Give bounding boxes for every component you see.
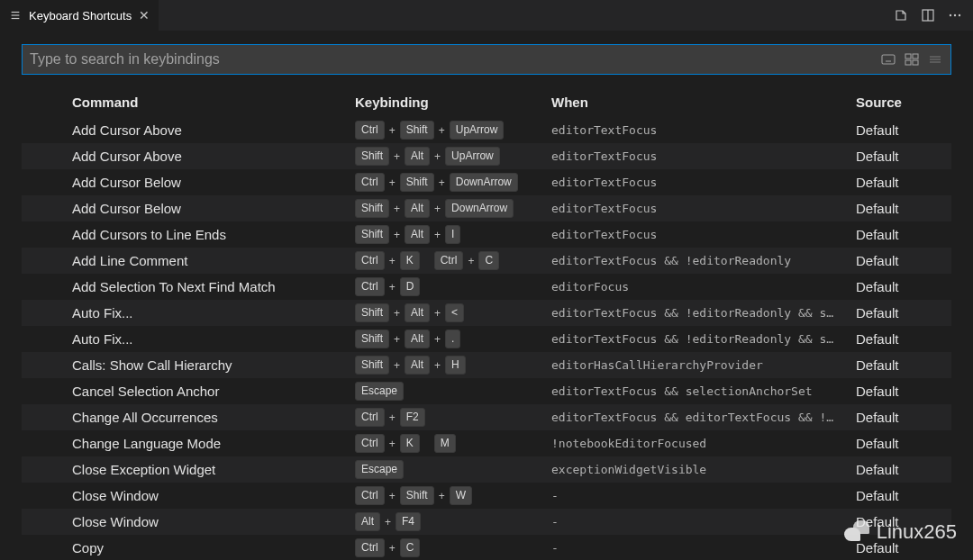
svg-rect-13 [905, 54, 911, 59]
cell-command: Add Selection To Next Find Match [72, 279, 355, 294]
table-row[interactable]: Calls: Show Call HierarchyShift+Alt+Hedi… [22, 352, 951, 378]
table-row[interactable]: Add Cursor AboveShift+Alt+UpArroweditorT… [22, 143, 951, 169]
cell-when: exceptionWidgetVisible [551, 463, 856, 476]
search-input[interactable] [23, 45, 880, 74]
keycap: Shift [355, 303, 389, 322]
search-filter-icons [880, 51, 950, 68]
cell-when: - [551, 541, 856, 555]
cell-when: editorTextFocus [551, 149, 856, 163]
table-row[interactable]: Auto Fix...Shift+Alt+<editorTextFocus &&… [22, 300, 951, 326]
cell-keybinding: Shift+Alt+DownArrow [355, 199, 551, 218]
clear-search-icon[interactable] [927, 51, 943, 68]
cell-keybinding: Shift+Alt+I [355, 225, 551, 244]
keycap: I [445, 225, 460, 244]
keycap: C [478, 251, 499, 270]
cell-command: Add Cursors to Line Ends [72, 227, 355, 242]
keybindings-table: Command Keybinding When Source Add Curso… [0, 84, 973, 560]
plus-separator: + [393, 333, 401, 346]
keycap: Shift [400, 486, 434, 505]
plus-separator: + [433, 150, 441, 163]
cell-keybinding: Escape [355, 460, 551, 479]
cell-when: editorTextFocus && !editorReadonly && s… [551, 332, 856, 346]
plus-separator: + [433, 229, 441, 241]
cell-when: editorTextFocus [551, 202, 856, 215]
cell-keybinding: Shift+Alt+< [355, 303, 551, 322]
more-icon[interactable] [948, 8, 962, 23]
open-file-icon[interactable] [894, 8, 908, 23]
table-row[interactable]: Add Cursor BelowShift+Alt+DownArrowedito… [22, 195, 951, 221]
cell-when: editorTextFocus && !editorReadonly [551, 254, 856, 267]
keycap: Alt [405, 303, 430, 322]
cell-source: Default [856, 410, 951, 425]
table-row[interactable]: Add Cursor AboveCtrl+Shift+UpArroweditor… [22, 117, 951, 143]
table-row[interactable]: Change All OccurrencesCtrl+F2editorTextF… [22, 404, 951, 430]
plus-separator: + [433, 203, 441, 215]
plus-separator: + [467, 255, 475, 267]
table-row[interactable]: Close Exception WidgetEscapeexceptionWid… [22, 456, 951, 483]
keycap: Ctrl [355, 486, 385, 505]
table-row[interactable]: Add Cursor BelowCtrl+Shift+DownArrowedit… [22, 169, 951, 195]
header-when[interactable]: When [551, 95, 856, 110]
cell-when: editorTextFocus [551, 123, 856, 137]
table-row[interactable]: Add Line CommentCtrl+KCtrl+CeditorTextFo… [22, 248, 951, 274]
cell-keybinding: Ctrl+D [355, 277, 551, 296]
cell-keybinding: Ctrl+Shift+UpArrow [355, 121, 551, 140]
cell-command: Close Window [72, 488, 355, 503]
keycap: Escape [355, 382, 404, 401]
table-row[interactable]: Add Selection To Next Find MatchCtrl+Ded… [22, 274, 951, 300]
keycap: Shift [355, 199, 389, 218]
cell-when: editorTextFocus && !editorReadonly && s… [551, 306, 856, 320]
keycap: Shift [400, 121, 434, 140]
search-area [0, 32, 973, 84]
plus-separator: + [393, 359, 401, 372]
keycap: M [434, 434, 456, 453]
cell-command: Add Cursor Below [72, 175, 355, 190]
cell-source: Default [856, 279, 951, 294]
split-editor-icon[interactable] [921, 8, 935, 23]
cell-source: Default [856, 436, 951, 451]
cell-keybinding: Escape [355, 382, 551, 401]
header-keybinding[interactable]: Keybinding [355, 95, 551, 110]
cell-command: Change Language Mode [72, 436, 355, 451]
svg-point-6 [954, 14, 956, 16]
keycap: < [445, 303, 464, 322]
cell-command: Copy [72, 540, 355, 555]
header-source[interactable]: Source [856, 95, 951, 110]
svg-rect-16 [913, 60, 918, 65]
record-keys-icon[interactable] [880, 51, 896, 68]
keycap: Alt [405, 356, 430, 375]
plus-separator: + [438, 124, 446, 137]
table-row[interactable]: Auto Fix...Shift+Alt+.editorTextFocus &&… [22, 326, 951, 352]
keycap: Ctrl [355, 434, 385, 453]
cell-command: Cancel Selection Anchor [72, 384, 355, 399]
plus-separator: + [388, 490, 396, 502]
table-row[interactable]: Cancel Selection AnchorEscapeeditorTextF… [22, 378, 951, 404]
table-row[interactable]: Close WindowAlt+F4-Default [22, 509, 951, 535]
table-row[interactable]: CopyCtrl+C-Default [22, 535, 951, 560]
close-icon[interactable]: ✕ [139, 8, 150, 23]
sort-precedence-icon[interactable] [904, 51, 920, 68]
cell-source: Default [856, 149, 951, 164]
plus-separator: + [393, 307, 401, 320]
cell-when: editorHasCallHierarchyProvider [551, 358, 856, 372]
cell-command: Add Cursor Above [72, 122, 355, 138]
keycap: Alt [405, 199, 430, 218]
keycap: Ctrl [355, 121, 385, 140]
cell-keybinding: Ctrl+Shift+DownArrow [355, 173, 551, 192]
cell-source: Default [856, 540, 951, 555]
keycap: W [450, 486, 472, 505]
keycap: Ctrl [355, 251, 385, 270]
keycap: Ctrl [434, 251, 464, 270]
header-command[interactable]: Command [72, 95, 355, 110]
tab-keyboard-shortcuts[interactable]: Keyboard Shortcuts ✕ [0, 0, 159, 31]
table-row[interactable]: Change Language ModeCtrl+KM!notebookEdit… [22, 430, 951, 456]
cell-source: Default [856, 462, 951, 477]
table-row[interactable]: Close WindowCtrl+Shift+W-Default [22, 483, 951, 509]
keycap: Ctrl [355, 173, 385, 192]
cell-keybinding: Shift+Alt+H [355, 356, 551, 375]
tab-actions [883, 8, 973, 23]
cell-command: Change All Occurrences [72, 410, 355, 425]
table-row[interactable]: Add Cursors to Line EndsShift+Alt+Iedito… [22, 221, 951, 248]
cell-when: !notebookEditorFocused [551, 437, 856, 450]
cell-command: Add Cursor Below [72, 201, 355, 216]
